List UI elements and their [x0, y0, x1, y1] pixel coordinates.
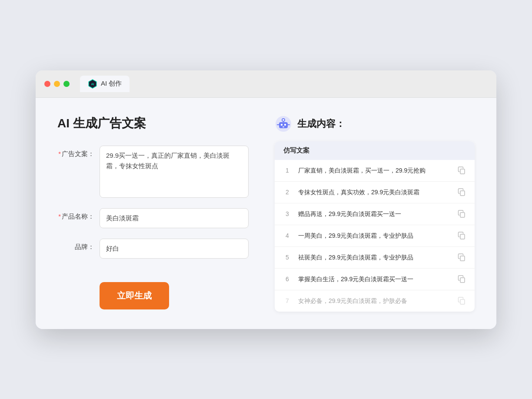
- table-row: 7 女神必备，29.9元美白淡斑霜，护肤必备: [275, 290, 475, 312]
- row-number: 4: [283, 232, 291, 239]
- active-tab[interactable]: AI AI 创作: [80, 76, 130, 92]
- copy-icon[interactable]: [457, 166, 466, 175]
- required-star-product: *: [58, 213, 61, 220]
- ad-copy-row: *广告文案： 29.9买一送一，真正的厂家直销，美白淡斑霜，专抹女性斑点: [57, 146, 249, 198]
- result-table: 仿写文案 1 厂家直销，美白淡斑霜，买一送一，29.9元抢购 2 专抹女性斑点，…: [275, 141, 475, 312]
- table-row: 1 厂家直销，美白淡斑霜，买一送一，29.9元抢购: [275, 160, 475, 182]
- minimize-button[interactable]: [54, 81, 60, 87]
- ad-copy-label: *广告文案：: [57, 146, 94, 158]
- product-name-input[interactable]: [100, 208, 249, 228]
- table-row: 6 掌握美白生活，29.9元美白淡斑霜买一送一: [275, 269, 475, 290]
- browser-window: AI AI 创作 AI 生成广告文案 *广告文案： 29.9买一送一，真正的厂家…: [36, 70, 496, 329]
- copy-icon[interactable]: [457, 188, 466, 196]
- ai-tab-icon: AI: [88, 79, 97, 89]
- row-number: 5: [283, 254, 291, 261]
- row-number: 3: [283, 210, 291, 217]
- tab-label: AI 创作: [101, 80, 122, 88]
- row-text: 厂家直销，美白淡斑霜，买一送一，29.9元抢购: [298, 166, 450, 175]
- page-title: AI 生成广告文案: [57, 115, 249, 132]
- row-number: 2: [283, 189, 291, 196]
- right-panel: 生成内容： 仿写文案 1 厂家直销，美白淡斑霜，买一送一，29.9元抢购 2 专…: [275, 115, 475, 312]
- copy-icon[interactable]: [457, 253, 466, 262]
- brand-row: 品牌：: [57, 239, 249, 259]
- result-title: 生成内容：: [297, 117, 345, 130]
- svg-rect-19: [460, 299, 465, 304]
- required-star-ad: *: [58, 150, 61, 157]
- brand-input[interactable]: [100, 239, 249, 259]
- copy-icon[interactable]: [457, 275, 466, 283]
- copy-icon[interactable]: [457, 231, 466, 240]
- svg-rect-18: [460, 278, 465, 283]
- row-text: 专抹女性斑点，真实功效，29.9元美白淡斑霜: [298, 188, 450, 197]
- row-text: 祛斑美白，29.9元美白淡斑霜，专业护肤品: [298, 253, 450, 262]
- svg-rect-17: [460, 256, 465, 261]
- svg-text:AI: AI: [91, 82, 94, 86]
- main-layout: AI 生成广告文案 *广告文案： 29.9买一送一，真正的厂家直销，美白淡斑霜，…: [57, 115, 475, 312]
- row-number: 1: [283, 167, 291, 174]
- row-text: 一周美白，29.9元美白淡斑霜，专业护肤品: [298, 231, 450, 240]
- svg-rect-7: [283, 126, 284, 127]
- close-button[interactable]: [44, 81, 50, 87]
- copy-icon[interactable]: [457, 209, 466, 218]
- result-header: 生成内容：: [275, 115, 475, 133]
- table-row: 4 一周美白，29.9元美白淡斑霜，专业护肤品: [275, 225, 475, 247]
- svg-rect-5: [281, 124, 283, 126]
- copy-icon[interactable]: [457, 296, 466, 305]
- table-row: 3 赠品再送，29.9元美白淡斑霜买一送一: [275, 203, 475, 225]
- row-text: 掌握美白生活，29.9元美白淡斑霜买一送一: [298, 275, 450, 284]
- row-text: 女神必备，29.9元美白淡斑霜，护肤必备: [298, 296, 450, 306]
- maximize-button[interactable]: [63, 81, 70, 87]
- row-number: 6: [283, 276, 291, 283]
- table-row: 5 祛斑美白，29.9元美白淡斑霜，专业护肤品: [275, 247, 475, 269]
- ad-copy-input[interactable]: 29.9买一送一，真正的厂家直销，美白淡斑霜，专抹女性斑点: [100, 146, 249, 198]
- svg-rect-16: [460, 234, 465, 239]
- svg-point-12: [283, 119, 284, 121]
- brand-label: 品牌：: [57, 239, 94, 251]
- svg-rect-6: [284, 124, 286, 126]
- table-header: 仿写文案: [275, 141, 475, 160]
- product-name-row: *产品名称：: [57, 208, 249, 228]
- svg-rect-13: [460, 169, 465, 174]
- titlebar: AI AI 创作: [36, 70, 496, 98]
- product-name-label: *产品名称：: [57, 208, 94, 221]
- row-text: 赠品再送，29.9元美白淡斑霜买一送一: [298, 209, 450, 219]
- main-content: AI 生成广告文案 *广告文案： 29.9买一送一，真正的厂家直销，美白淡斑霜，…: [36, 98, 496, 329]
- traffic-lights: [44, 81, 70, 87]
- generate-button[interactable]: 立即生成: [100, 282, 169, 309]
- left-panel: AI 生成广告文案 *广告文案： 29.9买一送一，真正的厂家直销，美白淡斑霜，…: [57, 115, 249, 312]
- row-number: 7: [283, 297, 291, 304]
- result-rows-container: 1 厂家直销，美白淡斑霜，买一送一，29.9元抢购 2 专抹女性斑点，真实功效，…: [275, 160, 475, 312]
- robot-icon: [275, 115, 292, 133]
- svg-rect-15: [460, 213, 465, 217]
- table-row: 2 专抹女性斑点，真实功效，29.9元美白淡斑霜: [275, 182, 475, 203]
- svg-rect-14: [460, 191, 465, 196]
